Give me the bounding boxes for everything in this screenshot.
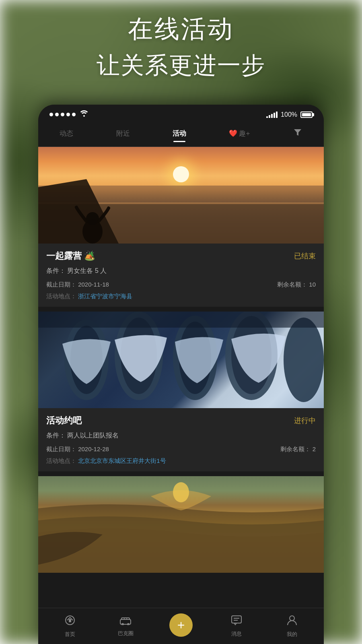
bar4 [274, 113, 275, 118]
water-background [38, 476, 324, 573]
status-left [49, 110, 88, 119]
card-image-water [38, 476, 324, 573]
battery [300, 111, 313, 118]
svg-point-15 [173, 482, 189, 502]
filter-icon[interactable] [289, 126, 306, 141]
heart-icon: ❤️ [229, 130, 237, 137]
industrial-background [38, 312, 324, 408]
svg-rect-14 [38, 312, 324, 328]
activity-card-water [38, 476, 324, 573]
bottom-nav-add[interactable]: + [153, 613, 209, 639]
bakkr-label: 巴克圈 [118, 630, 134, 637]
card-meta-camping: 截止日期： 2020-11-18 剩余名额： 10 [46, 281, 316, 289]
card-condition-camping: 条件： 男女生各 5 人 [46, 267, 316, 275]
card-location-link-event[interactable]: 北京北京市东城区王府井大街1号 [78, 457, 166, 464]
card-title-row-event: 活动约吧 进行中 [46, 415, 316, 427]
card-image-industrial [38, 312, 324, 408]
tab-trends[interactable]: 动态 [56, 127, 77, 140]
profile-label: 我的 [287, 631, 297, 638]
dot2 [55, 113, 59, 116]
signal-bars [266, 111, 278, 118]
hero-line1: 在线活动 [0, 12, 362, 46]
dot3 [61, 113, 64, 116]
svg-point-21 [127, 623, 130, 625]
battery-body [300, 111, 313, 118]
bar2 [269, 115, 270, 118]
bar3 [271, 114, 273, 118]
dot4 [66, 113, 70, 116]
bottom-nav-bakkr[interactable]: 巴克圈 [98, 615, 153, 637]
bottom-nav-message[interactable]: 消息 [209, 615, 264, 638]
hero-section: 在线活动 让关系更进一步 [0, 12, 362, 81]
card-title-event: 活动约吧 [46, 415, 82, 427]
home-icon [64, 615, 76, 629]
bar5 [276, 111, 278, 118]
svg-point-4 [86, 212, 99, 225]
tab-activity[interactable]: 活动 [169, 127, 190, 140]
card-slots-camping: 剩余名额： 10 [277, 281, 316, 289]
content-area[interactable]: 一起露营 🏕️ 已结束 条件： 男女生各 5 人 截止日期： 2020-11-1… [38, 147, 324, 634]
card-info-event: 活动约吧 进行中 条件： 两人以上团队报名 截止日期： 2020-12-28 剩… [38, 408, 324, 471]
svg-rect-18 [69, 619, 71, 622]
add-button[interactable]: + [169, 613, 193, 637]
bottom-nav-home[interactable]: 首页 [42, 615, 98, 638]
card-location-link-camping[interactable]: 浙江省宁波市宁海县 [78, 293, 132, 299]
bottom-nav: 首页 巴克圈 + [38, 608, 324, 644]
card-title-camping: 一起露营 🏕️ [46, 250, 95, 262]
card-status-event: 进行中 [294, 416, 316, 425]
svg-point-20 [121, 623, 124, 625]
battery-fill [302, 113, 311, 116]
message-label: 消息 [231, 630, 242, 638]
tab-interest[interactable]: ❤️趣+ [225, 127, 254, 140]
status-right: 100% [266, 111, 313, 118]
svg-rect-23 [232, 616, 241, 623]
card-condition-event: 条件： 两人以上团队报名 [46, 431, 316, 440]
sunset-background [38, 147, 324, 244]
status-bar: 100% [38, 105, 324, 122]
card-location-event: 活动地点： 北京北京市东城区王府井大街1号 [46, 457, 316, 465]
dot5 [72, 113, 76, 116]
svg-point-26 [290, 616, 294, 621]
bar1 [266, 116, 268, 118]
card-slots-event: 剩余名额： 2 [280, 446, 316, 453]
card-status-camping: 已结束 [294, 251, 316, 261]
dot1 [49, 113, 53, 116]
bakkr-icon [119, 615, 132, 628]
activity-card-camping: 一起露营 🏕️ 已结束 条件： 男女生各 5 人 截止日期： 2020-11-1… [38, 147, 324, 307]
card-meta-event: 截止日期： 2020-12-28 剩余名额： 2 [46, 446, 316, 453]
profile-icon [287, 615, 297, 629]
message-icon [231, 615, 242, 628]
hero-line2: 让关系更进一步 [0, 50, 362, 81]
signal-dots [49, 113, 76, 116]
card-title-row-camping: 一起露营 🏕️ 已结束 [46, 250, 316, 262]
battery-percent: 100% [281, 111, 297, 118]
phone-frame: 100% 动态 附近 活动 ❤️趣+ [38, 105, 324, 644]
nav-tabs: 动态 附近 活动 ❤️趣+ [38, 122, 324, 147]
card-info-camping: 一起露营 🏕️ 已结束 条件： 男女生各 5 人 截止日期： 2020-11-1… [38, 244, 324, 307]
activity-card-event: 活动约吧 进行中 条件： 两人以上团队报名 截止日期： 2020-12-28 剩… [38, 312, 324, 471]
card-deadline-camping: 截止日期： 2020-11-18 [46, 281, 109, 289]
bottom-nav-profile[interactable]: 我的 [264, 615, 320, 638]
wifi-icon [80, 110, 88, 119]
tab-nearby[interactable]: 附近 [112, 127, 134, 140]
svg-point-13 [284, 318, 324, 402]
svg-rect-22 [124, 618, 127, 619]
home-label: 首页 [65, 631, 75, 638]
card-image-sunset [38, 147, 324, 244]
card-location-camping: 活动地点： 浙江省宁波市宁海县 [46, 293, 316, 300]
card-deadline-event: 截止日期： 2020-12-28 [46, 446, 109, 453]
